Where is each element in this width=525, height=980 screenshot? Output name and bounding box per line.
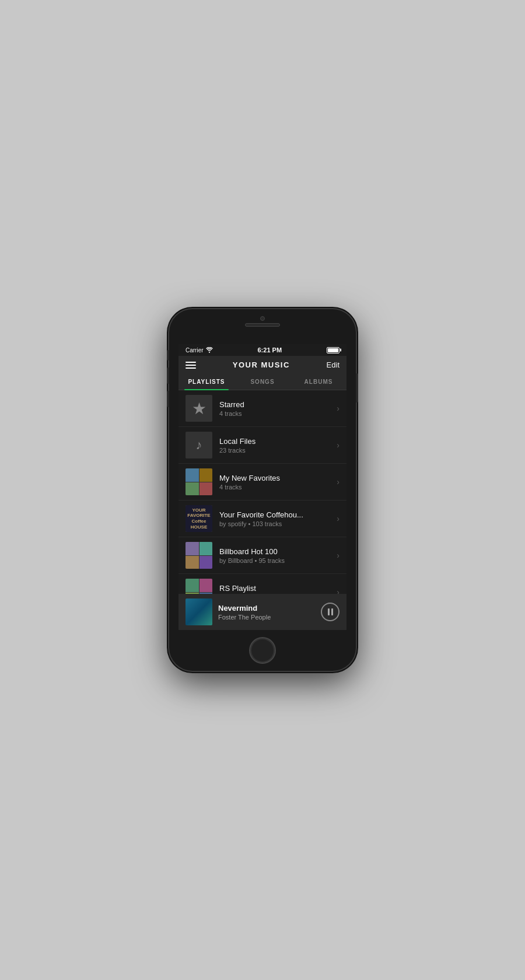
- grid-cell-b4: [200, 556, 213, 569]
- hamburger-line-1: [186, 362, 196, 363]
- carrier-info: Carrier: [186, 347, 213, 354]
- starred-meta: 4 tracks: [219, 410, 332, 417]
- playlist-list: ★ Starred 4 tracks › ♪ Local Files 23 tr…: [178, 390, 346, 594]
- speaker: [245, 323, 280, 327]
- coffeehouse-info: Your Favorite Coffehou... by spotify • 1…: [219, 510, 332, 527]
- star-icon: ★: [192, 399, 206, 418]
- localfile-name: Local Files: [219, 437, 332, 446]
- localfile-icon: ♪: [196, 438, 202, 453]
- grid-cell-r1: [186, 579, 199, 592]
- volume-up-button[interactable]: [167, 368, 169, 384]
- localfile-info: Local Files 23 tracks: [219, 437, 332, 454]
- grid-cell-4: [200, 482, 213, 496]
- phone-screen: Carrier 6:21 PM YOUR MUSIC Edit: [178, 344, 346, 630]
- grid-cell-3: [186, 482, 199, 496]
- grid-cell-1: [186, 468, 199, 482]
- rs-thumb: [186, 579, 212, 594]
- chevron-icon-5: ›: [337, 551, 340, 560]
- mnf-info: My New Favorites 4 tracks: [219, 474, 332, 491]
- grid-cell-b3: [186, 556, 199, 569]
- rs-info: RS Playlist by Rolling Stone • 38 tracks: [219, 584, 332, 594]
- silent-switch[interactable]: [167, 350, 169, 360]
- playlist-item-local-files[interactable]: ♪ Local Files 23 tracks ›: [178, 427, 346, 464]
- grid-thumb-bill: [186, 542, 212, 569]
- billboard-thumb: [186, 542, 212, 569]
- playlist-item-rs[interactable]: RS Playlist by Rolling Stone • 38 tracks…: [178, 574, 346, 594]
- coffeehouse-thumb: YOURFAVORITECoffeeHOUSE: [186, 505, 212, 532]
- home-button[interactable]: [249, 637, 276, 664]
- battery-bar: [327, 347, 340, 354]
- now-playing-artist: Foster The People: [218, 614, 321, 621]
- mnf-meta: 4 tracks: [219, 484, 332, 491]
- coffee-thumb-art: YOURFAVORITECoffeeHOUSE: [186, 505, 212, 532]
- edit-button[interactable]: Edit: [327, 360, 340, 369]
- starred-name: Starred: [219, 400, 332, 409]
- my-new-favorites-thumb: [186, 468, 212, 495]
- grid-thumb-rs: [186, 579, 212, 594]
- playlist-item-my-new-favorites[interactable]: My New Favorites 4 tracks ›: [178, 464, 346, 501]
- camera: [260, 316, 265, 321]
- playlist-item-starred[interactable]: ★ Starred 4 tracks ›: [178, 390, 346, 427]
- now-playing-thumb: [186, 598, 212, 625]
- tab-songs[interactable]: SONGS: [235, 374, 290, 390]
- billboard-info: Billboard Hot 100 by Billboard • 95 trac…: [219, 547, 332, 564]
- tab-playlists[interactable]: PLAYLISTS: [178, 374, 235, 390]
- chevron-icon-4: ›: [337, 514, 340, 523]
- playlist-item-coffeehouse[interactable]: YOURFAVORITECoffeeHOUSE Your Favorite Co…: [178, 501, 346, 537]
- power-button[interactable]: [356, 373, 358, 402]
- rs-name: RS Playlist: [219, 584, 332, 593]
- pause-icon: [328, 608, 333, 615]
- hamburger-line-3: [186, 368, 196, 369]
- app-header: YOUR MUSIC Edit: [178, 356, 346, 374]
- now-playing-info: Nevermind Foster The People: [218, 604, 321, 621]
- localfile-meta: 23 tracks: [219, 447, 332, 454]
- battery-indicator: [327, 347, 340, 354]
- now-playing-title: Nevermind: [218, 604, 321, 612]
- now-playing-bar[interactable]: Nevermind Foster The People: [178, 594, 346, 630]
- mnf-name: My New Favorites: [219, 474, 332, 482]
- chevron-icon-6: ›: [337, 587, 340, 594]
- chevron-icon: ›: [337, 404, 340, 413]
- phone-bottom: [169, 630, 356, 671]
- carrier-label: Carrier: [186, 347, 204, 354]
- grid-cell-r2: [200, 579, 213, 592]
- localfile-thumb-container: ♪: [186, 432, 212, 459]
- volume-down-button[interactable]: [167, 391, 169, 407]
- page-title: YOUR MUSIC: [233, 360, 290, 369]
- grid-cell-2: [200, 468, 213, 482]
- battery-fill: [328, 348, 338, 352]
- pause-bar-left: [328, 608, 330, 615]
- menu-button[interactable]: [186, 362, 196, 369]
- starred-thumb: ★: [186, 395, 212, 422]
- wifi-icon: [206, 347, 213, 353]
- hamburger-line-2: [186, 365, 196, 366]
- billboard-meta: by Billboard • 95 tracks: [219, 557, 332, 564]
- tab-bar: PLAYLISTS SONGS ALBUMS: [178, 374, 346, 390]
- status-time: 6:21 PM: [257, 346, 282, 354]
- tab-albums[interactable]: ALBUMS: [290, 374, 346, 390]
- coffeehouse-meta: by spotify • 103 tracks: [219, 520, 332, 527]
- pause-bar-right: [331, 608, 333, 615]
- chevron-icon-2: ›: [337, 440, 340, 450]
- status-bar: Carrier 6:21 PM: [178, 344, 346, 356]
- grid-cell-b2: [200, 542, 213, 555]
- coffeehouse-name: Your Favorite Coffehou...: [219, 510, 332, 519]
- phone-frame: Carrier 6:21 PM YOUR MUSIC Edit: [169, 309, 356, 671]
- grid-cell-b1: [186, 542, 199, 555]
- chevron-icon-3: ›: [337, 477, 340, 487]
- pause-button[interactable]: [321, 603, 340, 621]
- billboard-name: Billboard Hot 100: [219, 547, 332, 556]
- phone-top: [169, 309, 356, 344]
- grid-thumb-mnf: [186, 468, 212, 495]
- starred-info: Starred 4 tracks: [219, 400, 332, 417]
- playlist-item-billboard[interactable]: Billboard Hot 100 by Billboard • 95 trac…: [178, 537, 346, 574]
